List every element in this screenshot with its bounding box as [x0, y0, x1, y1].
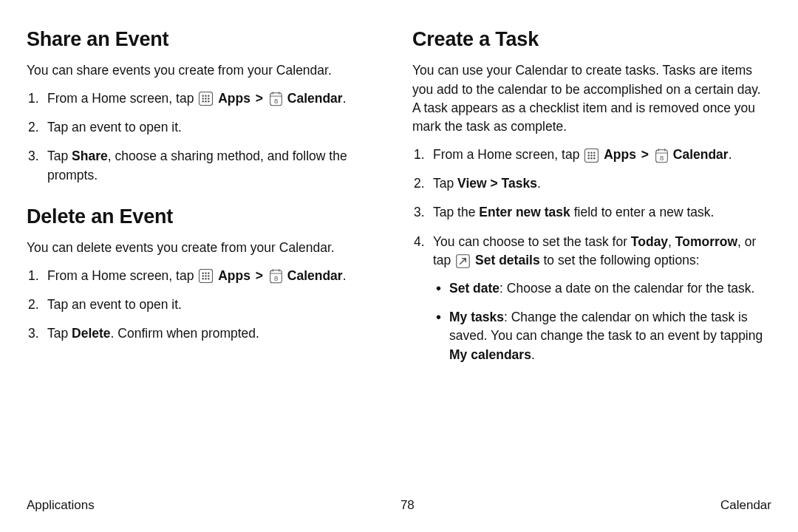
text: .	[729, 147, 732, 162]
share-step-1: From a Home screen, tap Apps > Calendar.	[27, 89, 386, 108]
intro-share: You can share events you create from you…	[27, 61, 386, 80]
chevron-right-icon: >	[641, 147, 649, 162]
text: : Choose a date on the calendar for the …	[499, 281, 754, 296]
delete-step-2: Tap an event to open it.	[27, 296, 386, 314]
chevron-right-icon: >	[256, 268, 263, 283]
text: Tap	[47, 326, 72, 341]
text: to set the following options:	[540, 253, 700, 267]
set-date-label: Set date	[449, 281, 499, 296]
page-footer: Applications 78 Calendar	[27, 498, 771, 513]
heading-create-task: Create a Task	[412, 25, 771, 54]
heading-share-event: Share an Event	[27, 25, 386, 54]
intro-delete: You can delete events you create from yo…	[27, 239, 386, 257]
text: Tap	[433, 176, 457, 191]
text: .	[343, 268, 347, 283]
expand-icon	[456, 254, 470, 268]
delete-step-3: Tap Delete. Confirm when prompted.	[27, 324, 386, 343]
apps-icon	[199, 269, 213, 283]
text: ,	[668, 234, 675, 249]
tasks-label: Tasks	[502, 176, 537, 191]
my-tasks-label: My tasks	[449, 310, 504, 324]
text: field to enter a new task.	[570, 205, 715, 219]
steps-share: From a Home screen, tap Apps > Calendar.…	[27, 89, 386, 185]
heading-delete-event: Delete an Event	[27, 202, 386, 231]
share-step-2: Tap an event to open it.	[27, 118, 386, 137]
share-label: Share	[72, 149, 108, 163]
footer-page-number: 78	[400, 498, 415, 513]
task-step-1: From a Home screen, tap Apps > Calendar.	[412, 146, 771, 164]
task-options-list: Set date: Choose a date on the calendar …	[433, 279, 771, 365]
apps-icon	[199, 92, 213, 106]
calendar-icon	[655, 148, 668, 163]
enter-new-task-label: Enter new task	[479, 205, 570, 219]
task-step-3: Tap the Enter new task field to enter a …	[412, 203, 771, 222]
text: From a Home screen, tap	[433, 147, 583, 162]
delete-label: Delete	[72, 326, 111, 341]
text: .	[343, 91, 347, 106]
calendar-label: Calendar	[673, 147, 729, 162]
text: .	[537, 176, 541, 191]
sep: >	[487, 176, 502, 191]
text: . Confirm when prompted.	[111, 326, 259, 341]
steps-task: From a Home screen, tap Apps > Calendar.…	[412, 146, 771, 364]
text: Tap the	[433, 205, 479, 219]
apps-icon	[584, 149, 598, 163]
steps-delete: From a Home screen, tap Apps > Calendar.…	[27, 267, 386, 344]
calendar-label: Calendar	[287, 268, 343, 283]
footer-left: Applications	[27, 498, 95, 513]
task-step-4: You can choose to set the task for Today…	[412, 233, 771, 364]
task-step-2: Tap View > Tasks.	[412, 174, 771, 193]
intro-task: You can use your Calendar to create task…	[412, 61, 771, 137]
text: You can choose to set the task for	[433, 234, 631, 249]
option-set-date: Set date: Choose a date on the calendar …	[433, 279, 771, 298]
calendar-icon	[270, 91, 282, 106]
right-column: Create a Task You can use your Calendar …	[412, 25, 771, 468]
apps-label: Apps	[218, 268, 250, 283]
calendar-icon	[270, 268, 282, 284]
calendar-label: Calendar	[287, 91, 343, 106]
text: Tap	[47, 149, 72, 163]
footer-right: Calendar	[720, 498, 771, 513]
content-columns: Share an Event You can share events you …	[27, 25, 771, 468]
option-my-tasks: My tasks: Change the calendar on which t…	[433, 308, 771, 364]
set-details-label: Set details	[475, 253, 540, 267]
apps-label: Apps	[218, 91, 250, 106]
delete-step-1: From a Home screen, tap Apps > Calendar.	[27, 267, 386, 285]
chevron-right-icon: >	[256, 91, 263, 106]
tomorrow-label: Tomorrow	[675, 234, 737, 249]
share-step-3: Tap Share, choose a sharing method, and …	[27, 147, 386, 185]
today-label: Today	[631, 234, 668, 249]
apps-label: Apps	[604, 147, 636, 162]
left-column: Share an Event You can share events you …	[27, 25, 386, 468]
view-label: View	[457, 176, 487, 191]
text: From a Home screen, tap	[47, 268, 197, 283]
text: .	[531, 347, 535, 362]
text: From a Home screen, tap	[47, 91, 197, 106]
my-calendars-label: My calendars	[449, 347, 531, 362]
